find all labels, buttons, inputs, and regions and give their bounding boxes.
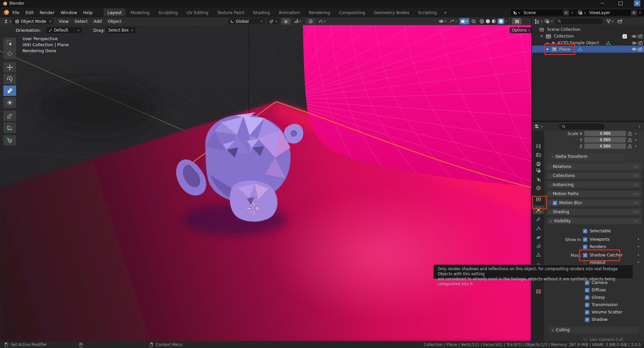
expand-right-icon[interactable]: ▶: [547, 48, 549, 51]
material-preview-shading-icon[interactable]: [491, 19, 496, 24]
checkbox-checked[interactable]: ✓: [585, 317, 589, 322]
section-collections[interactable]: › Collections: [547, 172, 641, 179]
tab-collection-icon[interactable]: [533, 195, 544, 204]
section-motion-paths[interactable]: › Motion Paths: [547, 190, 641, 197]
checkbox-checked[interactable]: ✓: [585, 303, 589, 307]
workspace-tab-layout[interactable]: Layout: [104, 8, 125, 16]
ray-diffuse-row[interactable]: ✓ Diffuse: [585, 288, 606, 292]
properties-search-input[interactable]: [559, 124, 605, 129]
add-workspace-button[interactable]: +: [442, 8, 449, 16]
minimize-button[interactable]: —: [600, 1, 604, 5]
pivot-point-dropdown[interactable]: ∨: [267, 18, 280, 24]
menu-window[interactable]: Window: [58, 7, 80, 17]
drag-grip-icon[interactable]: [634, 183, 639, 186]
drag-grip-icon[interactable]: [634, 174, 639, 177]
proportional-falloff-dropdown[interactable]: ∨: [316, 18, 328, 24]
checkbox-checked[interactable]: ✓: [583, 237, 587, 242]
copy-view-layer-icon[interactable]: ⧉: [631, 10, 637, 15]
workspace-tab-texture-paint[interactable]: Texture Paint: [213, 8, 248, 16]
workspace-tab-sculpting[interactable]: Sculpting: [155, 8, 181, 16]
tool-move[interactable]: [3, 62, 16, 72]
tab-tool-icon[interactable]: [533, 142, 544, 151]
tab-particles-icon[interactable]: [533, 224, 544, 233]
ray-shadow-row[interactable]: ✓ Shadow: [585, 317, 607, 322]
solid-shading-icon[interactable]: [485, 19, 490, 24]
tab-modifiers-icon[interactable]: [533, 215, 544, 224]
collection-exclude-checkbox[interactable]: ✓: [623, 34, 627, 39]
options-chevron-icon[interactable]: ∨: [638, 125, 641, 128]
animate-dot[interactable]: •: [635, 131, 637, 136]
tool-annotate[interactable]: [3, 111, 16, 121]
section-visibility[interactable]: ∨ Visibility: [547, 218, 641, 224]
outliner-row-collection[interactable]: ▼ Collection ✓: [532, 33, 644, 40]
drag-grip-icon[interactable]: [634, 211, 639, 214]
tab-constraints-icon[interactable]: [533, 241, 544, 250]
unlink-scene-icon[interactable]: ×: [569, 10, 575, 15]
scale-y-field[interactable]: 4.986: [584, 137, 626, 142]
menu-file[interactable]: File: [9, 7, 22, 17]
show-in-renders-row[interactable]: ✓ Renders: [583, 244, 606, 249]
selectable-row[interactable]: ✓ Selectable: [583, 229, 611, 233]
hide-viewport-eye-icon[interactable]: [632, 35, 637, 38]
tab-render-icon[interactable]: [533, 151, 544, 159]
hide-viewport-eye-icon[interactable]: [632, 47, 637, 51]
animate-dot[interactable]: •: [635, 138, 637, 142]
menu-help[interactable]: Help: [80, 7, 96, 17]
animate-dot[interactable]: •: [637, 253, 640, 257]
checkbox-checked[interactable]: ✓: [585, 310, 589, 314]
checkbox-checked[interactable]: ✓: [585, 288, 589, 292]
disable-render-camera-icon[interactable]: [638, 41, 643, 45]
drag-grip-icon[interactable]: [634, 220, 639, 223]
menu-edit[interactable]: Edit: [22, 7, 37, 17]
tab-view-layer-icon[interactable]: [533, 166, 544, 175]
copy-scene-icon[interactable]: ⧉: [563, 10, 569, 15]
checkbox-checked[interactable]: ✓: [583, 245, 587, 249]
scene-selector[interactable]: ∨ Scene ⧉ ×: [511, 9, 577, 16]
tool-cursor[interactable]: [3, 48, 16, 59]
tool-tweak-select[interactable]: [3, 38, 16, 48]
outliner-row-scene-collection[interactable]: Scene Collection: [532, 26, 644, 33]
animate-dot[interactable]: •: [637, 244, 640, 249]
section-delta-transform[interactable]: › Delta Transform: [549, 153, 624, 160]
animate-dot[interactable]: •: [637, 237, 640, 241]
properties-editor-icon[interactable]: [535, 124, 540, 129]
orientation-dropdown[interactable]: Default ∨: [46, 27, 82, 33]
section-relations[interactable]: › Relations: [547, 163, 641, 170]
outliner-editor-icon[interactable]: [535, 19, 540, 24]
tool-transform[interactable]: [3, 97, 16, 108]
outliner-row-a23d-sample-object[interactable]: ▶ ▼ A23D Sample Object: [532, 40, 644, 46]
transform-orientation-dropdown[interactable]: Global ∨: [228, 18, 265, 24]
section-culling[interactable]: ∨ Culling: [549, 327, 639, 333]
workspace-tab-rendering[interactable]: Rendering: [305, 8, 334, 16]
section-instancing[interactable]: › Instancing: [547, 181, 641, 188]
view-layer-selector[interactable]: ∨ ViewLayer ⧉ ×: [576, 9, 644, 16]
rendered-shading-active[interactable]: [497, 18, 504, 24]
hide-viewport-eye-icon[interactable]: [632, 41, 637, 45]
workspace-tab-animation[interactable]: Animation: [275, 8, 304, 16]
workspace-tab-modeling[interactable]: Modeling: [127, 8, 153, 16]
expand-right-icon[interactable]: ▶: [547, 42, 549, 45]
proportional-editing-toggle[interactable]: [307, 18, 315, 24]
lock-open-icon[interactable]: [628, 138, 632, 142]
xray-toggle[interactable]: [471, 18, 477, 24]
new-collection-icon[interactable]: [618, 19, 623, 24]
tool-add-cube[interactable]: [3, 135, 16, 146]
section-shading[interactable]: › Shading: [547, 209, 641, 215]
animate-dot[interactable]: •: [637, 260, 640, 265]
menu-view[interactable]: View: [56, 17, 72, 25]
blender-logo-icon[interactable]: [3, 9, 9, 15]
maximize-button[interactable]: [619, 2, 623, 5]
ray-transmission-row[interactable]: ✓ Transmission: [585, 302, 618, 307]
checkbox-checked[interactable]: ✓: [583, 253, 587, 257]
tab-object-icon-active[interactable]: [533, 206, 544, 214]
viewport-canvas[interactable]: Orientation: Default ∨ Drag: Select Box …: [0, 25, 531, 341]
remove-view-layer-icon[interactable]: ×: [637, 10, 643, 15]
menu-add[interactable]: Add: [91, 17, 105, 25]
workspace-tab-compositing[interactable]: Compositing: [335, 8, 369, 16]
tool-rotate[interactable]: [3, 74, 16, 84]
options-button[interactable]: Options ∨: [509, 27, 531, 33]
overlays-toggle-dropdown[interactable]: ∨: [460, 18, 469, 24]
mask-shadow-catcher-row[interactable]: ✓ Shadow Catcher: [583, 253, 623, 257]
checkbox-unchecked[interactable]: [583, 260, 587, 265]
pause-render-button[interactable]: [512, 18, 522, 24]
